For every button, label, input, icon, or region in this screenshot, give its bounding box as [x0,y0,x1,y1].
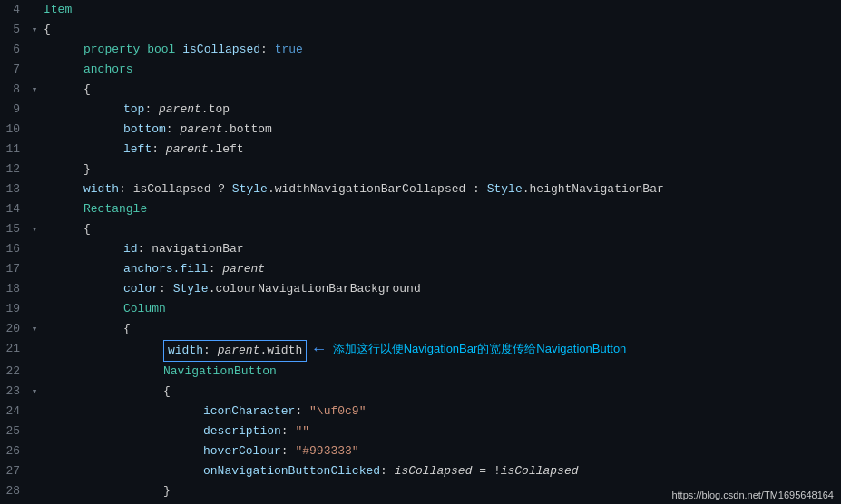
code-token: : [281,424,296,438]
code-line: 24 iconCharacter: "\uf0c9" [0,402,841,422]
line-content: { [42,319,841,339]
code-line: 21 width: parent.width← 添加这行以便Navigation… [0,339,841,362]
code-token: width [83,182,119,196]
code-token: : [166,122,181,136]
fold-arrow[interactable] [27,0,42,20]
line-content: color: Style.colourNavigationBarBackgrou… [42,279,841,299]
code-token: { [44,23,51,36]
watermark: https://blog.csdn.net/TM1695648164 [671,489,834,500]
code-token: navigationBar [152,242,243,256]
line-number: 8 [0,80,27,100]
fold-arrow[interactable] [27,60,42,80]
fold-arrow[interactable] [27,160,42,179]
code-token: parent [166,142,209,156]
code-token: : [295,404,309,418]
code-line: 23▾{ [0,382,841,402]
code-token: : [380,464,395,478]
annotation: ← 添加这行以便NavigationBar的宽度传给NavigationButt… [314,339,626,359]
line-number: 4 [0,0,27,20]
fold-arrow[interactable] [27,100,42,120]
line-number: 13 [0,179,27,199]
code-token: : [260,43,275,56]
code-line: 20▾{ [0,319,841,339]
fold-arrow[interactable] [27,362,42,382]
code-line: 26 hoverColour: "#993333" [0,441,841,461]
fold-arrow[interactable] [27,279,42,299]
code-line: 22 NavigationButton [0,362,841,382]
fold-arrow[interactable]: ▾ [27,382,42,402]
line-number: 21 [0,339,27,359]
code-token: parent [159,102,201,116]
code-token: } [163,484,171,498]
code-token: left [123,142,152,156]
line-content: top: parent.top [42,100,841,120]
code-token: isCollapsed [133,182,211,196]
fold-arrow[interactable] [27,259,42,279]
code-token: id [123,242,138,256]
code-token: hoverColour [203,444,281,458]
fold-arrow[interactable] [27,402,42,422]
code-token: isCollapsed [501,464,579,478]
line-number: 23 [0,382,27,402]
line-content: width: isCollapsed ? Style.widthNavigati… [42,179,841,199]
fold-arrow[interactable] [27,422,42,441]
code-token: Item [44,3,72,16]
highlight-box: width: parent.width [163,340,307,362]
code-token: } [83,162,91,176]
line-number: 9 [0,100,27,120]
line-number: 7 [0,60,27,80]
line-content: } [42,160,841,179]
code-token: NavigationButton [163,364,277,378]
code-token: : [152,142,166,156]
line-number: 6 [0,40,27,60]
line-number: 11 [0,140,27,160]
line-number: 10 [0,120,27,140]
code-token: parent [218,344,260,357]
code-token: .left [209,142,244,156]
code-line: 6 property bool isCollapsed: true [0,40,841,60]
fold-arrow[interactable]: ▾ [27,20,42,40]
line-content: onNavigationButtonClicked: isCollapsed =… [42,461,841,481]
code-line: 27 onNavigationButtonClicked: isCollapse… [0,461,841,481]
code-token: .top [201,102,230,116]
code-line: 11 left: parent.left [0,140,841,160]
line-content: Rectangle [42,199,841,219]
line-number: 14 [0,199,27,219]
code-token: iconCharacter [203,404,295,418]
fold-arrow[interactable]: ▾ [27,80,42,100]
line-number: 20 [0,319,27,339]
code-token: "" [295,424,309,438]
fold-arrow[interactable]: ▾ [27,219,42,239]
fold-arrow[interactable]: ▾ [27,319,42,339]
fold-arrow[interactable] [27,299,42,319]
code-token: bottom [123,122,166,136]
code-token: { [83,222,91,236]
code-token: Rectangle [83,202,147,216]
fold-arrow[interactable] [27,140,42,160]
line-number: 15 [0,219,27,239]
fold-arrow[interactable] [27,339,42,359]
fold-arrow[interactable] [27,40,42,60]
line-number: 12 [0,160,27,179]
annotation-text: 添加这行以便NavigationBar的宽度传给NavigationButton [329,339,626,359]
fold-arrow[interactable] [27,120,42,140]
line-content: Item [42,0,841,20]
line-number: 18 [0,279,27,299]
code-token: parent [222,262,265,276]
fold-arrow[interactable] [27,461,42,481]
fold-arrow[interactable] [27,441,42,461]
code-token: top [123,102,144,116]
fold-arrow[interactable] [27,199,42,219]
code-token: "#993333" [295,444,358,458]
code-token: color [123,282,159,296]
line-content: property bool isCollapsed: true [42,40,841,60]
code-token: description [203,424,281,438]
line-number: 16 [0,239,27,259]
code-line: 9 top: parent.top [0,100,841,120]
fold-arrow[interactable] [27,481,42,501]
fold-arrow[interactable] [27,179,42,199]
code-token: : [203,344,218,357]
fold-arrow[interactable] [27,239,42,259]
code-editor: 4 Item5▾{6 property bool isCollapsed: tr… [0,0,841,504]
line-content: NavigationButton [42,362,841,382]
